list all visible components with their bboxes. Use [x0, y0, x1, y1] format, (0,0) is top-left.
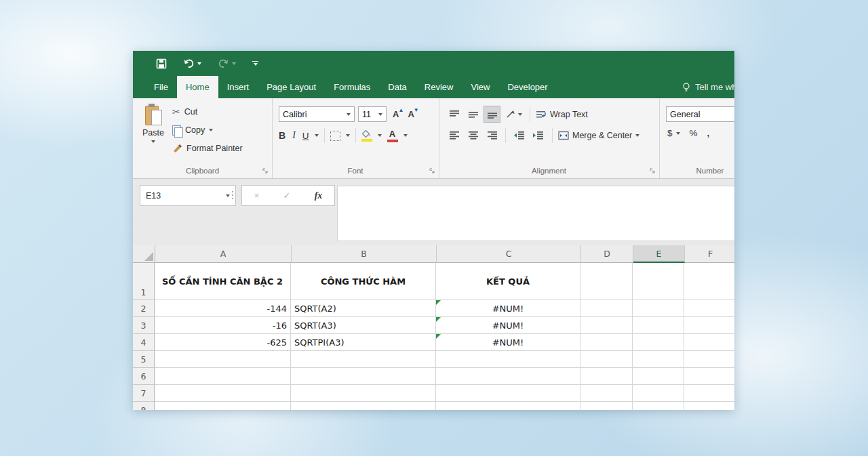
- tab-page-layout[interactable]: Page Layout: [258, 76, 325, 98]
- cell-E8[interactable]: [633, 402, 684, 410]
- font-color-button[interactable]: A: [387, 129, 398, 142]
- cell-E6[interactable]: [633, 368, 684, 385]
- number-format-select[interactable]: General: [666, 106, 734, 122]
- cell-F4[interactable]: [684, 334, 734, 351]
- tab-review[interactable]: Review: [416, 76, 462, 98]
- cell-F3[interactable]: [684, 317, 734, 334]
- formula-input[interactable]: [337, 186, 734, 241]
- row-header-7[interactable]: 7: [133, 385, 155, 402]
- cell-A4[interactable]: -625: [155, 334, 291, 351]
- accounting-dropdown-icon[interactable]: [676, 132, 680, 135]
- cell-F5[interactable]: [684, 351, 734, 368]
- redo-button[interactable]: [218, 58, 236, 68]
- alignment-dialog-launcher-icon[interactable]: [650, 168, 656, 174]
- tab-file[interactable]: File: [145, 76, 177, 98]
- orientation-dropdown-icon[interactable]: [518, 113, 522, 116]
- cell-D5[interactable]: [580, 351, 633, 368]
- cell-C8[interactable]: [436, 402, 580, 410]
- cell-F2[interactable]: [684, 300, 734, 317]
- cell-A1[interactable]: SỐ CẦN TÍNH CĂN BẬC 2: [155, 263, 291, 300]
- orientation-button[interactable]: [502, 106, 524, 123]
- column-header-D[interactable]: D: [581, 245, 633, 263]
- font-dialog-launcher-icon[interactable]: [429, 168, 435, 174]
- copy-button[interactable]: Copy: [172, 123, 243, 137]
- cell-A2[interactable]: -144: [155, 300, 291, 317]
- cell-E7[interactable]: [633, 385, 684, 402]
- cell-C3[interactable]: #NUM!: [436, 317, 580, 334]
- tab-insert[interactable]: Insert: [218, 76, 258, 98]
- undo-dropdown-icon[interactable]: [197, 62, 201, 65]
- column-header-C[interactable]: C: [437, 245, 581, 263]
- cell-C6[interactable]: [436, 368, 580, 385]
- cell-B1[interactable]: CÔNG THỨC HÀM: [291, 263, 436, 300]
- column-header-F[interactable]: F: [685, 245, 734, 263]
- align-right-button[interactable]: [484, 127, 500, 144]
- cell-C4[interactable]: #NUM!: [436, 334, 580, 351]
- percent-style-button[interactable]: %: [690, 128, 698, 138]
- cell-D8[interactable]: [580, 402, 633, 410]
- row-header-8[interactable]: 8: [133, 402, 155, 410]
- column-header-E[interactable]: E: [633, 245, 685, 263]
- increase-indent-button[interactable]: [530, 127, 547, 144]
- name-box-dropdown-icon[interactable]: [226, 194, 230, 197]
- tell-me-box[interactable]: Tell me what y: [682, 76, 734, 98]
- cell-E4[interactable]: [633, 334, 684, 351]
- font-name-select[interactable]: Calibri: [279, 106, 355, 122]
- column-header-A[interactable]: A: [155, 245, 292, 263]
- merge-center-dropdown-icon[interactable]: [635, 134, 639, 137]
- underline-dropdown-icon[interactable]: [315, 134, 319, 137]
- name-box[interactable]: E13: [140, 185, 236, 206]
- fill-color-button[interactable]: [361, 130, 372, 142]
- accounting-format-button[interactable]: $: [667, 128, 680, 138]
- cell-D3[interactable]: [580, 317, 633, 334]
- save-button[interactable]: [156, 58, 167, 69]
- align-left-button[interactable]: [446, 127, 462, 144]
- cell-A7[interactable]: [155, 385, 291, 402]
- cell-C5[interactable]: [436, 351, 580, 368]
- cell-F7[interactable]: [684, 385, 734, 402]
- borders-button[interactable]: [330, 131, 340, 141]
- cell-D7[interactable]: [580, 385, 633, 402]
- cell-B6[interactable]: [291, 368, 436, 385]
- cell-C2[interactable]: #NUM!: [436, 300, 580, 317]
- cell-D4[interactable]: [580, 334, 633, 351]
- cut-button[interactable]: ✂ Cut: [172, 105, 243, 119]
- cell-B8[interactable]: [291, 402, 436, 410]
- cancel-button[interactable]: ×: [254, 190, 260, 201]
- tab-formulas[interactable]: Formulas: [325, 76, 379, 98]
- tab-view[interactable]: View: [462, 76, 498, 98]
- cell-B3[interactable]: SQRT(A3): [291, 317, 436, 334]
- merge-center-button[interactable]: Merge & Center: [558, 131, 639, 140]
- undo-button[interactable]: [183, 58, 201, 68]
- select-all-corner[interactable]: [133, 245, 155, 263]
- cell-B4[interactable]: SQRTPI(A3): [291, 334, 436, 351]
- align-middle-button[interactable]: [465, 106, 481, 123]
- font-color-dropdown-icon[interactable]: [403, 134, 408, 137]
- row-header-2[interactable]: 2: [133, 300, 155, 317]
- cell-F8[interactable]: [684, 402, 734, 410]
- cell-A5[interactable]: [155, 351, 291, 368]
- align-top-button[interactable]: [446, 106, 462, 123]
- decrease-indent-button[interactable]: [511, 127, 528, 144]
- paste-dropdown-icon[interactable]: [151, 140, 155, 143]
- cell-D6[interactable]: [580, 368, 633, 385]
- paste-button[interactable]: Paste: [138, 104, 168, 162]
- underline-button[interactable]: U: [302, 131, 309, 141]
- row-header-4[interactable]: 4: [133, 334, 155, 351]
- customize-quick-access-button[interactable]: [252, 61, 258, 66]
- cell-A3[interactable]: -16: [155, 317, 291, 334]
- row-header-5[interactable]: 5: [133, 351, 155, 368]
- clipboard-dialog-launcher-icon[interactable]: [262, 168, 269, 174]
- tab-data[interactable]: Data: [379, 76, 415, 98]
- copy-dropdown-icon[interactable]: [209, 129, 213, 131]
- tab-home[interactable]: Home: [177, 76, 218, 98]
- tab-developer[interactable]: Developer: [498, 76, 556, 98]
- borders-dropdown-icon[interactable]: [346, 134, 350, 137]
- cell-D1[interactable]: [580, 263, 633, 300]
- font-size-select[interactable]: 11: [358, 106, 387, 122]
- fill-color-dropdown-icon[interactable]: [378, 134, 382, 137]
- cell-A8[interactable]: [155, 402, 291, 410]
- row-header-6[interactable]: 6: [133, 368, 155, 385]
- cell-C1[interactable]: KẾT QUẢ: [436, 263, 580, 300]
- wrap-text-button[interactable]: Wrap Text: [536, 110, 588, 119]
